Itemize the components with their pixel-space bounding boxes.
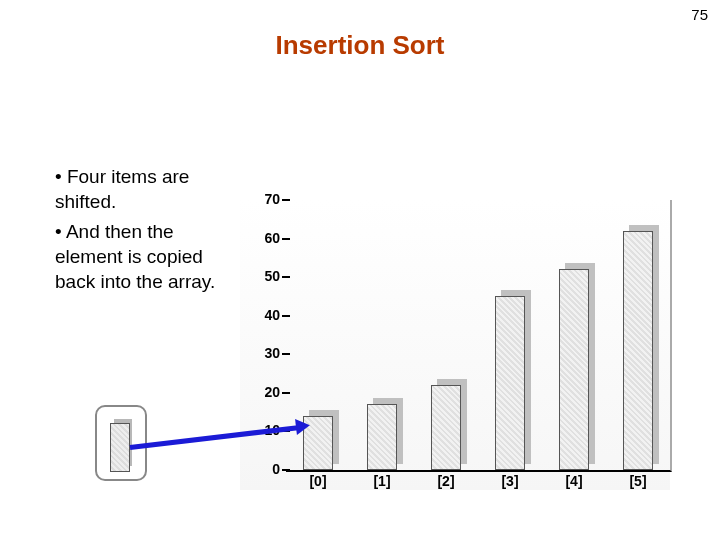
bar-face	[623, 231, 653, 470]
bullet-list: • Four items are shifted. • And then the…	[55, 165, 230, 300]
insert-element-bar	[110, 423, 130, 472]
bar-face	[495, 296, 525, 470]
bar-face	[559, 269, 589, 470]
page-number: 75	[691, 6, 708, 23]
y-tick-label: 60	[240, 230, 280, 246]
bullet-text: And then the element is copied back into…	[55, 221, 215, 291]
plot-area: 010203040506070	[286, 200, 672, 472]
bar-face	[367, 404, 397, 470]
y-tick-label: 70	[240, 191, 280, 207]
x-tick-label: [5]	[629, 473, 646, 489]
bar	[367, 404, 397, 470]
bar	[623, 231, 653, 470]
y-tick-mark	[282, 315, 290, 317]
bullet-text: Four items are shifted.	[55, 166, 189, 212]
bar	[559, 269, 589, 470]
x-tick-label: [3]	[501, 473, 518, 489]
bullet-item: • And then the element is copied back in…	[55, 220, 230, 294]
y-tick-mark	[282, 353, 290, 355]
y-tick-label: 0	[240, 461, 280, 477]
bar	[495, 296, 525, 470]
x-tick-label: [4]	[565, 473, 582, 489]
bullet-item: • Four items are shifted.	[55, 165, 230, 214]
y-tick-label: 30	[240, 345, 280, 361]
bar-chart: 010203040506070 [0][1][2][3][4][5]	[240, 200, 670, 490]
y-tick-mark	[282, 238, 290, 240]
y-tick-mark	[282, 392, 290, 394]
y-tick-mark	[282, 469, 290, 471]
x-axis-labels: [0][1][2][3][4][5]	[286, 473, 670, 493]
bar-face	[431, 385, 461, 470]
y-tick-label: 50	[240, 268, 280, 284]
x-tick-label: [0]	[309, 473, 326, 489]
x-tick-label: [2]	[437, 473, 454, 489]
y-tick-mark	[282, 276, 290, 278]
y-tick-label: 20	[240, 384, 280, 400]
bar	[431, 385, 461, 470]
arrow-head-icon	[295, 418, 311, 436]
y-tick-label: 40	[240, 307, 280, 323]
slide-title: Insertion Sort	[0, 30, 720, 61]
x-tick-label: [1]	[373, 473, 390, 489]
y-tick-mark	[282, 199, 290, 201]
slide: 75 Insertion Sort • Four items are shift…	[0, 0, 720, 540]
